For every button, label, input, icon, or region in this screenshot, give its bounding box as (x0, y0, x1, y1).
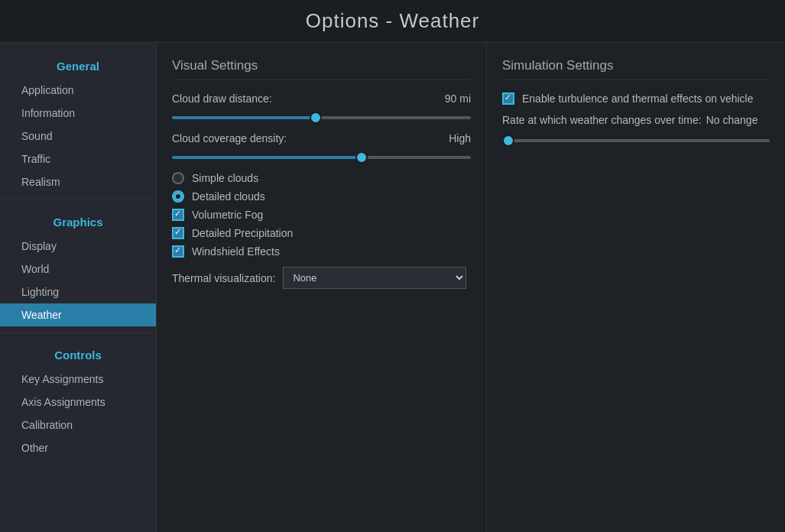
sidebar-item-lighting[interactable]: Lighting (0, 281, 156, 303)
main-layout: General Application Information Sound Tr… (0, 43, 785, 532)
windshield-effects-row: Windshield Effects (172, 245, 471, 258)
detailed-clouds-label[interactable]: Detailed clouds (192, 190, 265, 203)
detailed-clouds-row: Detailed clouds (172, 190, 471, 203)
volumetric-fog-row: Volumetric Fog (172, 209, 471, 221)
thermal-visualization-row: Thermal visualization: None Low Medium H… (172, 267, 471, 289)
weather-change-rate-slider-container (502, 132, 770, 144)
sidebar-section-graphics: Graphics (0, 206, 156, 235)
sidebar-item-sound[interactable]: Sound (0, 125, 156, 148)
simple-clouds-radio[interactable] (172, 172, 184, 184)
detailed-precipitation-checkbox[interactable] (172, 227, 184, 239)
content-area: Visual Settings Cloud draw distance: 90 … (157, 43, 785, 532)
sidebar-item-display[interactable]: Display (0, 235, 156, 258)
weather-change-rate-slider[interactable] (502, 139, 770, 142)
sidebar-divider-1 (0, 200, 156, 200)
sidebar-item-weather[interactable]: Weather (0, 303, 156, 326)
visual-settings-panel: Visual Settings Cloud draw distance: 90 … (157, 43, 487, 532)
sidebar-item-key-assignments[interactable]: Key Assignments (0, 368, 156, 391)
sidebar-item-realism[interactable]: Realism (0, 170, 156, 193)
sidebar-divider-2 (0, 332, 156, 333)
detailed-clouds-radio[interactable] (172, 190, 184, 203)
sidebar-item-world[interactable]: World (0, 258, 156, 281)
simulation-settings-panel: Simulation Settings Enable turbulence an… (487, 43, 785, 532)
simple-clouds-row: Simple clouds (172, 172, 471, 184)
sidebar-item-application[interactable]: Application (0, 79, 156, 102)
cloud-draw-distance-value: 90 mi (425, 92, 471, 105)
sidebar: General Application Information Sound Tr… (0, 43, 157, 532)
cloud-coverage-density-value: High (425, 132, 471, 144)
thermal-visualization-select[interactable]: None Low Medium High (283, 267, 466, 289)
page-title: Options - Weather (0, 9, 785, 33)
windshield-effects-checkbox[interactable] (172, 245, 184, 258)
volumetric-fog-checkbox[interactable] (172, 209, 184, 221)
sidebar-item-traffic[interactable]: Traffic (0, 148, 156, 170)
sidebar-item-calibration[interactable]: Calibration (0, 414, 156, 436)
sidebar-item-information[interactable]: Information (0, 102, 156, 125)
sidebar-item-axis-assignments[interactable]: Axis Assignments (0, 391, 156, 414)
detailed-precipitation-row: Detailed Precipitation (172, 227, 471, 239)
cloud-coverage-density-slider[interactable] (172, 156, 471, 159)
sidebar-section-controls: Controls (0, 339, 156, 368)
simulation-settings-title: Simulation Settings (502, 58, 770, 80)
volumetric-fog-label[interactable]: Volumetric Fog (192, 209, 263, 221)
weather-change-rate-row: Rate at which weather changes over time:… (502, 114, 770, 126)
cloud-draw-distance-row: Cloud draw distance: 90 mi (172, 92, 471, 105)
cloud-draw-distance-label: Cloud draw distance: (172, 92, 272, 105)
turbulence-label[interactable]: Enable turbulence and thermal effects on… (522, 92, 754, 105)
title-bar: Options - Weather (0, 0, 785, 43)
cloud-draw-distance-slider-container (172, 109, 471, 122)
windshield-effects-label[interactable]: Windshield Effects (192, 245, 280, 258)
sidebar-section-general: General (0, 50, 156, 79)
cloud-coverage-density-slider-container (172, 149, 471, 161)
cloud-coverage-density-row: Cloud coverage density: High (172, 132, 471, 144)
sidebar-item-other[interactable]: Other (0, 436, 156, 459)
turbulence-row: Enable turbulence and thermal effects on… (502, 92, 770, 105)
visual-settings-title: Visual Settings (172, 58, 471, 80)
cloud-coverage-density-label: Cloud coverage density: (172, 132, 287, 144)
simple-clouds-label[interactable]: Simple clouds (192, 172, 258, 184)
weather-change-rate-value: No change (706, 114, 758, 126)
cloud-draw-distance-slider[interactable] (172, 116, 471, 119)
thermal-visualization-label: Thermal visualization: (172, 272, 275, 284)
detailed-precipitation-label[interactable]: Detailed Precipitation (192, 227, 293, 239)
turbulence-checkbox[interactable] (502, 92, 514, 105)
weather-change-rate-label: Rate at which weather changes over time: (502, 114, 702, 126)
